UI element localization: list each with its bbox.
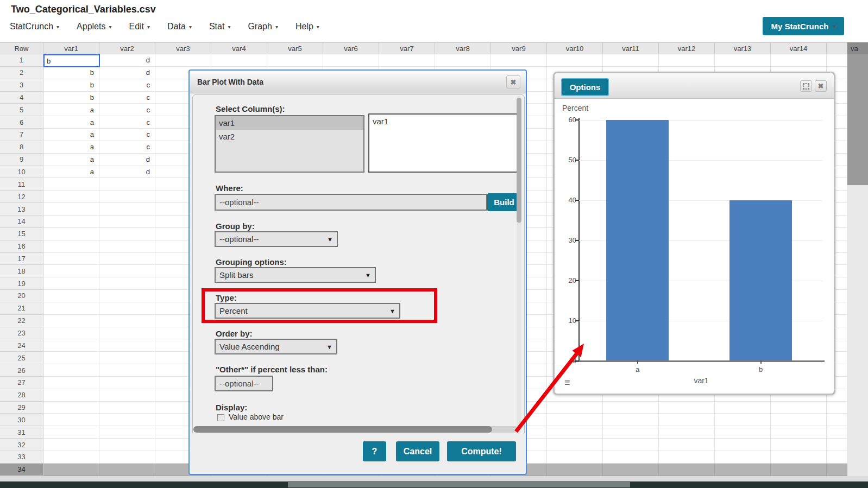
cell[interactable] <box>379 54 435 67</box>
cell[interactable]: b <box>43 79 99 92</box>
row-number[interactable]: 20 <box>0 290 43 302</box>
row-number[interactable]: 24 <box>0 339 43 352</box>
cell[interactable] <box>715 54 771 67</box>
row-number[interactable]: 31 <box>0 426 43 439</box>
row-number[interactable]: 19 <box>0 277 43 290</box>
cell[interactable] <box>827 464 847 476</box>
cell[interactable] <box>43 339 99 352</box>
row-number[interactable]: 25 <box>0 352 43 364</box>
cell[interactable] <box>715 451 771 464</box>
dialog-titlebar[interactable]: Bar Plot With Data <box>190 71 526 93</box>
cell[interactable] <box>603 464 659 476</box>
row-number[interactable]: 8 <box>0 141 43 154</box>
my-statcrunch-button[interactable]: My StatCrunch ▾ <box>763 17 844 35</box>
cell[interactable] <box>771 464 827 476</box>
sheet-scrollbar-thumb[interactable] <box>288 482 630 487</box>
cell[interactable]: d <box>99 154 155 166</box>
cell[interactable] <box>43 191 99 203</box>
cell[interactable] <box>547 464 603 476</box>
cell[interactable] <box>99 426 155 439</box>
cell[interactable] <box>715 402 771 414</box>
cell[interactable] <box>99 228 155 240</box>
cell[interactable] <box>43 389 99 402</box>
column-header-var5[interactable]: var5 <box>267 42 323 54</box>
cell[interactable] <box>435 54 491 67</box>
column-header-var9[interactable]: var9 <box>491 42 547 54</box>
cell[interactable] <box>99 352 155 364</box>
build-button[interactable]: Build <box>487 193 521 211</box>
cell[interactable]: a <box>43 141 99 154</box>
cell[interactable] <box>43 451 99 464</box>
cell[interactable] <box>43 439 99 451</box>
cell[interactable] <box>827 426 847 439</box>
menu-item-stat[interactable]: Stat▾ <box>209 22 231 31</box>
compute-button[interactable]: Compute! <box>447 441 516 461</box>
expand-icon[interactable] <box>800 80 812 92</box>
cell[interactable] <box>43 377 99 389</box>
cell[interactable] <box>715 414 771 426</box>
cell[interactable] <box>43 253 99 265</box>
dialog-vertical-scrollbar[interactable] <box>517 96 521 434</box>
cell[interactable] <box>659 451 715 464</box>
row-number[interactable]: 13 <box>0 203 43 216</box>
cell[interactable]: a <box>43 104 99 116</box>
cell[interactable]: c <box>99 79 155 92</box>
cell[interactable] <box>99 377 155 389</box>
cell[interactable] <box>99 253 155 265</box>
help-button[interactable]: ? <box>363 441 386 461</box>
cell[interactable] <box>43 302 99 315</box>
row-number[interactable]: 22 <box>0 315 43 327</box>
cell[interactable] <box>323 54 379 67</box>
options-button[interactable]: Options <box>561 78 609 96</box>
dialog-horizontal-scrollbar[interactable] <box>193 426 518 433</box>
column-header-var7[interactable]: var7 <box>379 42 435 54</box>
cell[interactable] <box>43 352 99 364</box>
cell[interactable] <box>99 464 155 476</box>
cell[interactable] <box>99 439 155 451</box>
cell[interactable] <box>659 426 715 439</box>
cell[interactable] <box>547 439 603 451</box>
row-number[interactable]: 18 <box>0 265 43 277</box>
row-number[interactable]: 4 <box>0 92 43 104</box>
cell[interactable] <box>771 439 827 451</box>
row-number[interactable]: 15 <box>0 228 43 240</box>
cell[interactable] <box>43 414 99 426</box>
column-header-var1[interactable]: var1 <box>43 42 99 54</box>
list-item-var1[interactable]: var1 <box>216 116 363 130</box>
cell[interactable] <box>43 315 99 327</box>
column-header-var11[interactable]: var11 <box>603 42 659 54</box>
row-number[interactable]: 5 <box>0 104 43 116</box>
cell[interactable] <box>547 402 603 414</box>
dialog-scrollbar-thumb[interactable] <box>517 98 521 223</box>
column-header-var4[interactable]: var4 <box>211 42 267 54</box>
cell[interactable] <box>715 439 771 451</box>
menu-item-graph[interactable]: Graph▾ <box>248 22 278 31</box>
row-number[interactable]: 9 <box>0 154 43 166</box>
cell[interactable] <box>659 54 715 67</box>
cell[interactable] <box>99 402 155 414</box>
row-number[interactable]: 2 <box>0 67 43 79</box>
cell[interactable] <box>43 464 99 476</box>
partial-column-header[interactable]: va <box>847 42 868 54</box>
cell[interactable] <box>659 402 715 414</box>
row-number[interactable]: 28 <box>0 389 43 402</box>
dialog-scrollbar-thumb[interactable] <box>193 426 492 433</box>
cell[interactable] <box>43 290 99 302</box>
cell[interactable] <box>659 414 715 426</box>
column-header-var10[interactable]: var10 <box>547 42 603 54</box>
column-header-var6[interactable]: var6 <box>323 42 379 54</box>
cell[interactable] <box>659 464 715 476</box>
row-number[interactable]: 1 <box>0 54 43 67</box>
cell[interactable] <box>715 464 771 476</box>
cell[interactable] <box>99 451 155 464</box>
cell[interactable] <box>547 426 603 439</box>
hamburger-menu-icon[interactable]: ≡ <box>564 377 570 389</box>
group-by-select[interactable]: --optional-- ▼ <box>215 231 338 247</box>
cell[interactable]: a <box>43 154 99 166</box>
row-number[interactable]: 6 <box>0 116 43 129</box>
column-header-var14[interactable]: var14 <box>771 42 827 54</box>
row-number[interactable]: 11 <box>0 178 43 191</box>
other-percent-input[interactable]: --optional-- <box>215 376 273 391</box>
cell[interactable] <box>99 191 155 203</box>
close-icon[interactable]: ✖ <box>506 75 520 88</box>
